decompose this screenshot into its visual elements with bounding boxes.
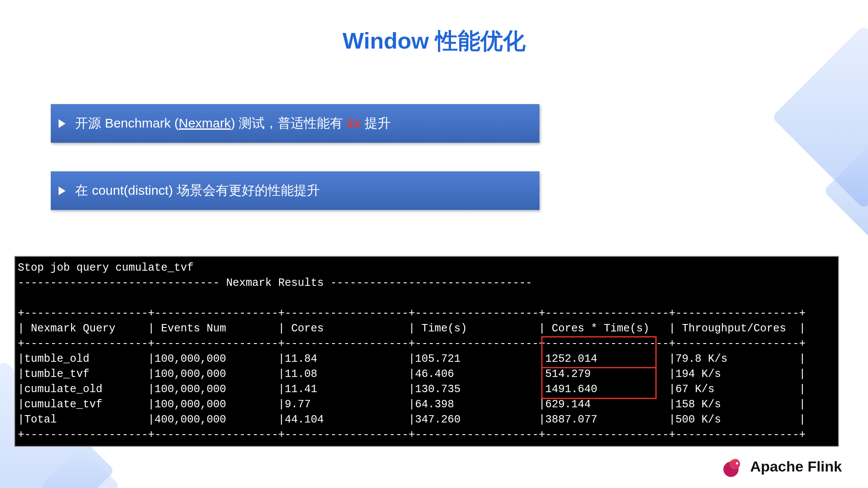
- bullet-text: 在 count(distinct) 场景会有更好的性能提升: [75, 183, 319, 197]
- terminal-line: | Nexmark Query | Events Num | Cores | T…: [18, 322, 806, 335]
- bullet-benchmark: 开源 Benchmark (Nexmark) 测试，普适性能有 2x 提升: [51, 104, 539, 143]
- terminal-pre: Stop job query cumulate_tvf ------------…: [18, 260, 835, 442]
- triangle-bullet-icon: [59, 187, 66, 195]
- table-row: |tumble_tvf |100,000,000 |11.08 |46.406 …: [18, 368, 806, 380]
- table-row: |cumulate_tvf |100,000,000 |9.77 |64.398…: [18, 398, 806, 411]
- bullet-text: 提升: [361, 116, 391, 130]
- terminal-output: Stop job query cumulate_tvf ------------…: [14, 256, 839, 447]
- highlight-2x: 2x: [346, 116, 361, 130]
- terminal-line: +-------------------+-------------------…: [18, 307, 806, 320]
- table-row: |cumulate_old |100,000,000 |11.41 |130.7…: [18, 383, 806, 396]
- table-row: |Total |400,000,000 |44.104 |347.260 |38…: [18, 413, 806, 426]
- flink-logo-icon: [720, 454, 744, 478]
- bullet-text: ) 测试，普适性能有: [231, 116, 347, 130]
- triangle-bullet-icon: [59, 119, 66, 128]
- footer-brand: Apache Flink: [720, 454, 842, 478]
- bullet-count-distinct: 在 count(distinct) 场景会有更好的性能提升: [51, 171, 539, 210]
- terminal-line: Stop job query cumulate_tvf: [18, 262, 194, 274]
- slide: Window 性能优化 开源 Benchmark (Nexmark) 测试，普适…: [0, 0, 868, 488]
- svg-point-2: [736, 462, 738, 464]
- nexmark-link[interactable]: Nexmark: [179, 116, 231, 130]
- slide-title: Window 性能优化: [0, 26, 868, 56]
- footer-text: Apache Flink: [750, 458, 842, 475]
- terminal-line: +-------------------+-------------------…: [18, 337, 806, 350]
- terminal-line: +-------------------+-------------------…: [18, 429, 806, 441]
- table-row: |tumble_old |100,000,000 |11.84 |105.721…: [18, 353, 806, 365]
- terminal-line: ------------------------------- Nexmark …: [18, 277, 532, 289]
- bullet-text: 开源 Benchmark (: [75, 116, 178, 130]
